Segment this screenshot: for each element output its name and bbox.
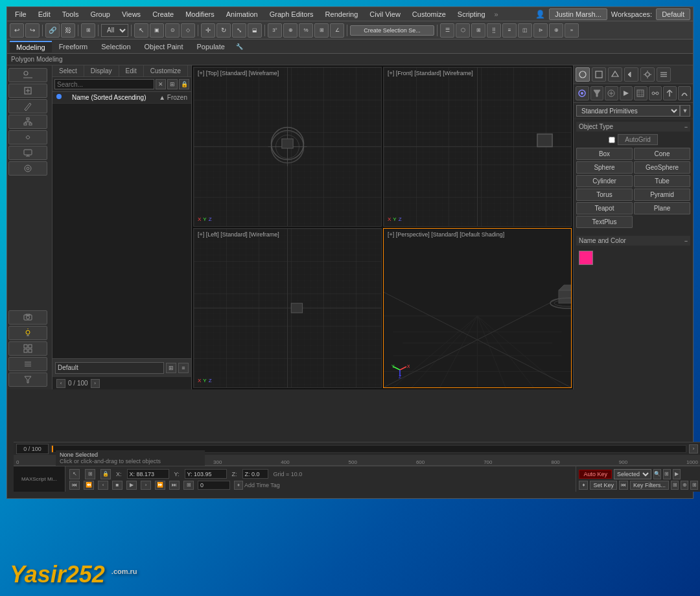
nc-collapse[interactable]: −: [684, 238, 688, 244]
key-extra3[interactable]: ⊞: [690, 481, 698, 490]
select-region-fence[interactable]: ◇: [181, 23, 195, 38]
scene-close-btn[interactable]: ✕: [156, 79, 166, 89]
obj-pyramid[interactable]: Pyramid: [634, 189, 690, 201]
go-end-btn[interactable]: ⏭: [169, 481, 180, 490]
time-tag-icon[interactable]: ♦: [234, 481, 243, 490]
rp-tab-mat[interactable]: [608, 67, 622, 82]
rp-tab-object[interactable]: [576, 67, 590, 82]
viewport-perspective[interactable]: [+] [Perspective] [Standard] [Default Sh…: [383, 228, 572, 388]
time-counter-display[interactable]: 0 / 100: [16, 444, 49, 454]
layers-btn[interactable]: ≡: [502, 23, 517, 38]
rp-tab-extra1[interactable]: [640, 67, 655, 82]
menu-edit[interactable]: Edit: [33, 9, 56, 19]
obj-tube[interactable]: Tube: [634, 175, 690, 187]
scene-col-name[interactable]: Name (Sorted Ascending): [72, 94, 146, 101]
extra-btn2[interactable]: ⊕: [549, 23, 563, 38]
play-btn[interactable]: ▶: [126, 481, 137, 490]
unlink-button[interactable]: ⛓: [61, 23, 75, 38]
selected-dropdown[interactable]: Selected: [614, 469, 651, 479]
obj-box[interactable]: Box: [576, 148, 633, 160]
rp-tab-extra2[interactable]: [657, 67, 671, 82]
snap3d-btn[interactable]: ⊞: [314, 23, 329, 38]
create-icon[interactable]: [8, 84, 47, 98]
hierarchy-icon[interactable]: [8, 115, 47, 129]
viewport-top[interactable]: [+] [Top] [Standard] [Wireframe]: [193, 67, 382, 227]
menu-overflow[interactable]: »: [492, 10, 501, 18]
scene-col-frozen[interactable]: ▲ Frozen: [159, 94, 187, 101]
scene-tab-select[interactable]: Select: [52, 65, 84, 76]
move-button[interactable]: ✛: [201, 23, 215, 38]
tab-object-paint[interactable]: Object Paint: [138, 41, 190, 52]
rp-tab-r4[interactable]: [620, 86, 633, 100]
pivot-btn[interactable]: ⊕: [283, 23, 298, 38]
scene-lock-btn[interactable]: 🔒: [179, 79, 189, 89]
modify-icon[interactable]: [8, 99, 47, 113]
filter-icon[interactable]: [8, 372, 47, 387]
set-key-button[interactable]: Set Key: [590, 481, 617, 490]
rp-tab-r1[interactable]: [576, 86, 589, 100]
prev-frame-btn[interactable]: ‹: [56, 379, 65, 388]
rp-tab-r8[interactable]: [678, 86, 692, 100]
tab-extra-icon[interactable]: 🔧: [232, 42, 247, 51]
viewport-left[interactable]: [+] [Left] [Standard] [Wireframe]: [193, 228, 382, 388]
scene-tab-customize[interactable]: Customize: [144, 65, 188, 76]
timeline-expand-btn[interactable]: ›: [689, 444, 698, 453]
array-btn[interactable]: ⣿: [487, 23, 501, 38]
rp-tab-r5[interactable]: [634, 86, 648, 100]
named-sel-btn[interactable]: ☰: [440, 23, 454, 38]
select-button[interactable]: ↖: [134, 23, 148, 38]
menu-create[interactable]: Create: [147, 9, 179, 19]
ribbon-btn[interactable]: ◫: [518, 23, 532, 38]
menu-civil-view[interactable]: Civil View: [364, 9, 405, 19]
key-filters-button[interactable]: Key Filters...: [630, 481, 669, 490]
menu-customize[interactable]: Customize: [407, 9, 451, 19]
next-frame-btn[interactable]: ›: [91, 379, 100, 388]
autokey-extra1[interactable]: ⊞: [663, 469, 671, 479]
key-mode-btn[interactable]: ♦: [579, 481, 588, 490]
maxscript-mini[interactable]: MAXScript Mi...: [14, 466, 65, 492]
utilities-icon[interactable]: [8, 161, 47, 176]
current-frame-input[interactable]: 0: [198, 481, 230, 490]
obj-cylinder[interactable]: Cylinder: [576, 175, 633, 187]
motion-icon[interactable]: [8, 130, 47, 144]
stop-btn[interactable]: ■: [112, 481, 122, 490]
extra-btn3[interactable]: »: [565, 23, 579, 38]
display-icon[interactable]: [8, 146, 47, 160]
select-lock-btn[interactable]: ↖: [69, 469, 80, 479]
prev-key-btn[interactable]: ⏪: [84, 481, 94, 490]
layer-add-btn[interactable]: ⊞: [166, 363, 176, 373]
lights-icon[interactable]: [8, 326, 47, 340]
key-extra1[interactable]: ⊞: [671, 481, 679, 490]
obj-cone[interactable]: Cone: [634, 148, 690, 160]
auto-key-button[interactable]: Auto Key: [579, 470, 612, 479]
transform-lock-btn[interactable]: 🔒: [100, 469, 111, 479]
autokey-search[interactable]: 🔍: [653, 469, 661, 479]
y-coord-display[interactable]: Y: 103.95: [185, 469, 227, 479]
menu-group[interactable]: Group: [85, 9, 115, 19]
menu-tools[interactable]: Tools: [57, 9, 84, 19]
obj-sphere[interactable]: Sphere: [576, 161, 633, 174]
viewport-front[interactable]: [+] [Front] [Standard] [Wireframe]: [383, 67, 572, 227]
scene-view-icon[interactable]: [8, 341, 47, 356]
scene-tab-edit[interactable]: Edit: [119, 65, 144, 76]
next-key-btn[interactable]: ⏩: [155, 481, 165, 490]
scene-search-input[interactable]: [54, 79, 154, 89]
menu-graph-editors[interactable]: Graph Editors: [264, 9, 319, 19]
rp-primitives-expand[interactable]: ▼: [680, 105, 690, 117]
ref-coord-dropdown[interactable]: 3°: [268, 23, 282, 38]
tab-freeform[interactable]: Freeform: [52, 41, 95, 52]
key-extra2[interactable]: ⊕: [681, 481, 688, 490]
camera-icon[interactable]: [8, 310, 47, 325]
scene-sort-btn[interactable]: ⊞: [167, 79, 178, 89]
rp-tab-anim[interactable]: [624, 67, 638, 82]
mirror-btn[interactable]: ⬡: [456, 23, 470, 38]
menu-animation[interactable]: Animation: [221, 9, 263, 19]
angle-snap-btn[interactable]: ∠: [330, 23, 344, 38]
obj-textplus[interactable]: TextPlus: [576, 216, 633, 228]
snap-button[interactable]: ⊞: [81, 23, 95, 38]
menu-scripting[interactable]: Scripting: [452, 9, 491, 19]
percent-btn[interactable]: %: [299, 23, 313, 38]
layers-panel-icon[interactable]: [8, 357, 47, 371]
rp-tab-r6[interactable]: [649, 86, 662, 100]
menu-rendering[interactable]: Rendering: [320, 9, 364, 19]
